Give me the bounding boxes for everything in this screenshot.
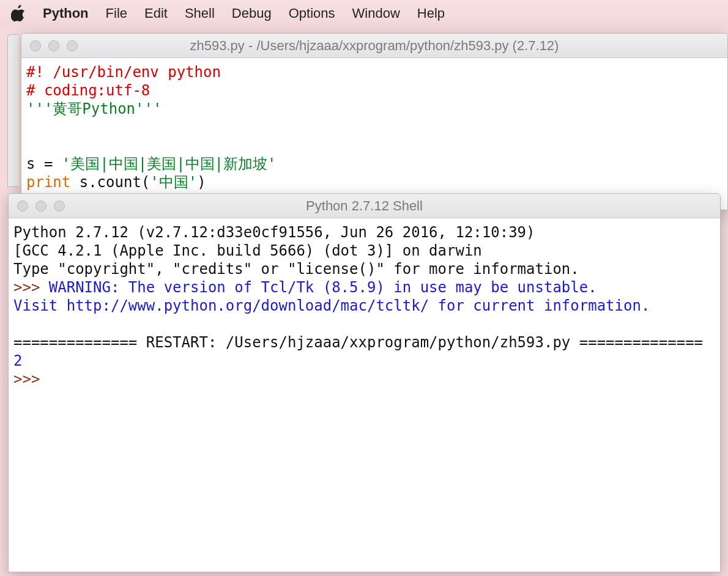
menu-window[interactable]: Window (352, 6, 400, 21)
editor-title: zh593.py - /Users/hjzaaa/xxprogram/pytho… (28, 38, 721, 54)
close-icon[interactable] (30, 40, 41, 51)
editor-code-area[interactable]: #! /usr/bin/env python # coding:utf-8 ''… (21, 58, 727, 210)
background-window-sliver (7, 34, 18, 187)
code-assign-lhs: s = (26, 155, 62, 172)
code-docstring: '''黄哥Python''' (26, 100, 162, 117)
shell-traffic-lights (17, 201, 65, 212)
shell-title: Python 2.7.12 Shell (15, 198, 714, 214)
menu-debug[interactable]: Debug (232, 6, 272, 21)
shell-output-area[interactable]: Python 2.7.12 (v2.7.12:d33e0cf91556, Jun… (9, 218, 720, 572)
shell-banner-line3: Type "copyright", "credits" or "license(… (13, 260, 579, 278)
code-print-arg: '中国' (150, 174, 197, 191)
shell-warning-line2: Visit http://www.python.org/download/mac… (13, 297, 650, 314)
menu-shell[interactable]: Shell (185, 6, 215, 21)
close-icon[interactable] (17, 201, 28, 212)
zoom-icon[interactable] (54, 201, 65, 212)
minimize-icon[interactable] (35, 201, 46, 212)
menu-edit[interactable]: Edit (144, 6, 168, 21)
shell-prompt: >>> (13, 371, 49, 388)
shell-restart-line: ============== RESTART: /Users/hjzaaa/xx… (13, 334, 703, 351)
zoom-icon[interactable] (67, 40, 78, 51)
editor-titlebar[interactable]: zh593.py - /Users/hjzaaa/xxprogram/pytho… (21, 34, 727, 58)
menu-options[interactable]: Options (289, 6, 335, 21)
minimize-icon[interactable] (48, 40, 59, 51)
code-assign-rhs: '美国|中国|美国|中国|新加坡' (62, 155, 277, 172)
code-shebang: #! /usr/bin/env python (26, 64, 221, 81)
shell-prompt: >>> (13, 279, 49, 296)
shell-titlebar[interactable]: Python 2.7.12 Shell (9, 194, 720, 218)
shell-banner-line1: Python 2.7.12 (v2.7.12:d33e0cf91556, Jun… (13, 224, 544, 241)
code-print-keyword: print (26, 174, 70, 191)
menu-file[interactable]: File (106, 6, 127, 21)
editor-window: zh593.py - /Users/hjzaaa/xxprogram/pytho… (21, 33, 728, 210)
macos-menubar: Python File Edit Shell Debug Options Win… (0, 0, 728, 27)
shell-window: Python 2.7.12 Shell Python 2.7.12 (v2.7.… (8, 193, 721, 572)
code-coding: # coding:utf-8 (26, 82, 150, 99)
shell-warning-line1: WARNING: The version of Tcl/Tk (8.5.9) i… (49, 279, 597, 296)
menu-app-name[interactable]: Python (43, 6, 89, 21)
apple-icon[interactable] (11, 5, 26, 22)
code-print-end: ) (197, 174, 206, 191)
shell-output-value: 2 (13, 352, 22, 369)
code-print-mid: s.count( (70, 174, 150, 191)
menu-help[interactable]: Help (417, 6, 445, 21)
shell-banner-line2: [GCC 4.2.1 (Apple Inc. build 5666) (dot … (13, 242, 482, 259)
editor-traffic-lights (30, 40, 78, 51)
